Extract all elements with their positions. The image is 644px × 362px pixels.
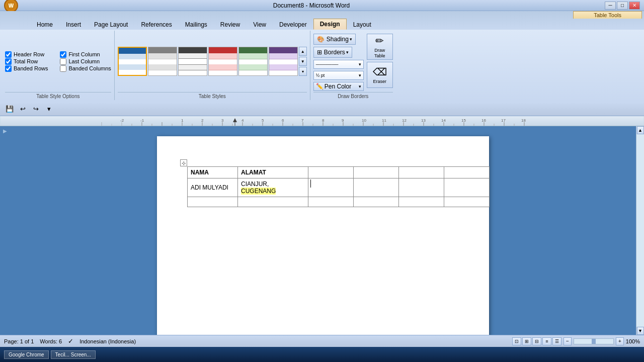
page-info: Page: 1 of 1	[4, 338, 34, 344]
tab-references[interactable]: References	[134, 19, 178, 30]
banded-rows-option[interactable]: Banded Rows	[5, 65, 56, 72]
banded-columns-checkbox[interactable]	[60, 65, 66, 72]
document-area: ⊹ NAMA ALAMAT ADI MULYADI CIANJUR,	[10, 126, 636, 335]
table-cell-nama-header[interactable]: NAMA	[188, 167, 238, 178]
svg-text:12: 12	[402, 118, 407, 123]
style-scroll-up[interactable]: ▲	[299, 47, 307, 56]
draft-view[interactable]: ☰	[552, 337, 561, 345]
close-button[interactable]: ✕	[629, 2, 640, 10]
table-cell-h5[interactable]	[399, 167, 444, 178]
scroll-up-button[interactable]: ▲	[637, 126, 644, 134]
document-table: NAMA ALAMAT ADI MULYADI CIANJUR, CUGENAN…	[187, 166, 490, 207]
line-style-value: ───────	[316, 62, 339, 67]
table-cell-h4[interactable]	[354, 167, 399, 178]
office-button[interactable]: W	[4, 0, 18, 13]
borders-button[interactable]: ⊞ Borders ▾	[313, 47, 352, 58]
tab-insert[interactable]: Insert	[59, 19, 88, 30]
table-cell-alamat-value[interactable]: CIANJUR, CUGENANG	[238, 178, 308, 197]
line-style-dropdown[interactable]: ─────── ▾	[313, 60, 364, 69]
table-cell-name-value[interactable]: ADI MULYADI	[188, 178, 238, 197]
print-layout-view[interactable]: ⊡	[512, 337, 521, 345]
header-row-option[interactable]: Header Row	[5, 51, 56, 58]
shading-dropdown-arrow[interactable]: ▾	[350, 37, 352, 42]
table-style-4[interactable]	[208, 47, 237, 76]
table-cell-r2c3[interactable]	[308, 178, 354, 197]
banded-columns-option[interactable]: Banded Columns	[60, 65, 111, 72]
table-cell-r2c6[interactable]	[444, 178, 490, 197]
table-style-options-group: Header Row First Column Total Row Last C…	[2, 31, 115, 100]
table-cell-h6[interactable]	[444, 167, 490, 178]
taskbar-chrome[interactable]: Google Chrome	[4, 350, 49, 359]
style-scroll-arrows[interactable]: ▲ ▼ ▾	[299, 47, 307, 76]
tab-home[interactable]: Home	[30, 19, 59, 30]
tab-design[interactable]: Design	[313, 19, 347, 30]
table-style-6[interactable]	[269, 47, 298, 76]
scroll-down-button[interactable]: ▼	[637, 327, 644, 335]
style-scroll-down[interactable]: ▼	[299, 57, 307, 66]
quick-access-toolbar: 💾 ↩ ↪ ▾	[0, 102, 644, 116]
total-row-checkbox[interactable]	[5, 58, 12, 65]
table-styles-label: Table Styles	[118, 92, 307, 99]
shading-button[interactable]: 🎨 Shading ▾	[313, 34, 356, 45]
redo-button[interactable]: ↪	[30, 104, 41, 114]
pen-color-button[interactable]: ✏️ Pen Color ▾	[313, 82, 364, 91]
svg-text:11: 11	[382, 118, 386, 123]
save-button[interactable]: 💾	[4, 104, 15, 114]
table-move-handle[interactable]: ⊹	[180, 159, 187, 166]
draw-table-button[interactable]: ✏ DrawTable	[367, 34, 393, 60]
svg-text:16: 16	[481, 118, 486, 123]
web-layout-view[interactable]: ⊟	[532, 337, 541, 345]
window-title: Document8 - Microsoft Word	[18, 2, 605, 9]
table-cell-r3c6[interactable]	[444, 197, 490, 207]
full-screen-view[interactable]: ⊞	[522, 337, 531, 345]
table-cell-alamat-header[interactable]: ALAMAT	[238, 167, 308, 178]
minimize-button[interactable]: ─	[605, 2, 616, 10]
tab-page-layout[interactable]: Page Layout	[88, 19, 134, 30]
header-row-label: Header Row	[14, 51, 44, 57]
banded-rows-checkbox[interactable]	[5, 65, 12, 72]
style-more[interactable]: ▾	[299, 67, 307, 76]
table-style-3[interactable]	[178, 47, 207, 76]
table-cell-r3c1[interactable]	[188, 197, 238, 207]
table-style-1[interactable]	[118, 47, 147, 76]
tab-layout[interactable]: Layout	[347, 19, 378, 30]
table-style-5[interactable]	[238, 47, 268, 76]
header-row-checkbox[interactable]	[5, 51, 12, 58]
customize-quick-access[interactable]: ▾	[43, 104, 54, 114]
line-weight-dropdown[interactable]: ½ pt ▾	[313, 71, 364, 80]
last-column-option[interactable]: Last Column	[60, 58, 111, 65]
borders-icon: ⊞	[317, 49, 322, 56]
tab-mailings[interactable]: Mailings	[179, 19, 214, 30]
zoom-slider[interactable]	[574, 338, 614, 344]
table-style-2[interactable]	[148, 47, 177, 76]
tab-developer[interactable]: Developer	[273, 19, 313, 30]
table-cell-r2c4[interactable]	[354, 178, 399, 197]
first-column-checkbox[interactable]	[60, 51, 66, 58]
table-cell-r2c5[interactable]	[399, 178, 444, 197]
table-cell-r3c3[interactable]	[308, 197, 354, 207]
maximize-button[interactable]: □	[617, 2, 628, 10]
zoom-out-button[interactable]: −	[564, 337, 572, 345]
spell-check-icon[interactable]: ✓	[68, 337, 73, 345]
undo-button[interactable]: ↩	[17, 104, 28, 114]
eraser-label: Eraser	[373, 79, 387, 84]
tab-view[interactable]: View	[247, 19, 273, 30]
last-column-label: Last Column	[68, 58, 100, 64]
taskbar: Google Chrome Tecil... Screen...	[0, 347, 644, 362]
last-column-checkbox[interactable]	[60, 58, 66, 65]
outline-view[interactable]: ≡	[542, 337, 551, 345]
first-column-option[interactable]: First Column	[60, 51, 111, 58]
borders-dropdown-arrow[interactable]: ▾	[346, 50, 349, 55]
zoom-in-button[interactable]: +	[616, 337, 624, 345]
table-cell-r3c4[interactable]	[354, 197, 399, 207]
table-cell-r3c5[interactable]	[399, 197, 444, 207]
table-cell-h3[interactable]	[308, 167, 354, 178]
banded-columns-label: Banded Columns	[68, 65, 111, 71]
total-row-option[interactable]: Total Row	[5, 58, 56, 65]
taskbar-screen[interactable]: Tecil... Screen...	[51, 350, 96, 359]
language[interactable]: Indonesian (Indonesia)	[79, 338, 136, 344]
vertical-scrollbar[interactable]	[636, 134, 644, 327]
table-cell-r3c2[interactable]	[238, 197, 308, 207]
eraser-button[interactable]: ⌫ Eraser	[367, 62, 393, 88]
tab-review[interactable]: Review	[214, 19, 247, 30]
